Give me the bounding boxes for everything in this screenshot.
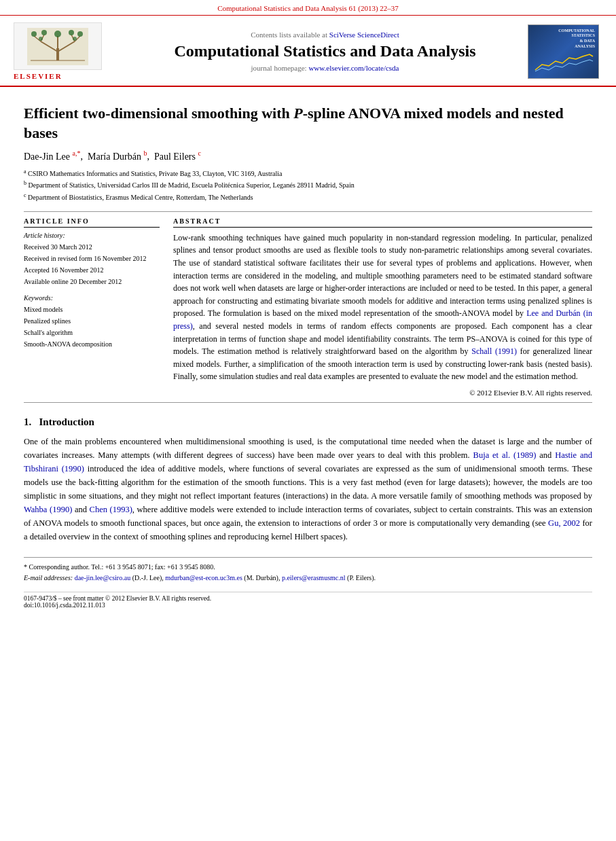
intro-body: One of the main problems encountered whe… xyxy=(24,435,592,543)
article-info-heading: ARTICLE INFO xyxy=(24,217,160,228)
gu-link[interactable]: Gu, 2002 xyxy=(548,518,580,528)
keyword-1: Mixed models xyxy=(24,304,160,315)
abstract-text: Low-rank smoothing techniques have gaine… xyxy=(173,232,592,383)
right-col: ABSTRACT Low-rank smoothing techniques h… xyxy=(173,217,592,397)
bottom-bar: 0167-9473/$ – see front matter © 2012 El… xyxy=(24,592,592,609)
abstract-heading: ABSTRACT xyxy=(173,217,592,228)
svg-point-12 xyxy=(41,30,47,35)
keywords-section: Keywords: Mixed models Penalized splines… xyxy=(24,294,160,350)
intro-number: 1. xyxy=(24,416,31,427)
keywords-list: Mixed models Penalized splines Schall's … xyxy=(24,304,160,350)
page: Computational Statistics and Data Analys… xyxy=(0,0,616,841)
copyright: © 2012 Elsevier B.V. All rights reserved… xyxy=(173,389,592,397)
header-left: ELSEVIER xyxy=(14,22,122,80)
header-center: Contents lists available at SciVerse Sci… xyxy=(122,31,528,72)
issn-line: 0167-9473/$ – see front matter © 2012 El… xyxy=(24,595,592,602)
sciverse-link[interactable]: SciVerse ScienceDirect xyxy=(329,31,399,39)
intro-section: 1. Introduction One of the main problems… xyxy=(24,416,592,543)
author-star-sup: ,* xyxy=(75,149,81,157)
keywords-label: Keywords: xyxy=(24,294,160,302)
main-content: Efficient two-dimensional smoothing with… xyxy=(0,87,616,619)
footnote-email-label: E-mail addresses: xyxy=(24,574,73,581)
journal-citation: Computational Statistics and Data Analys… xyxy=(217,4,399,12)
cover-chart-svg xyxy=(532,51,596,75)
available-date: Available online 20 December 2012 xyxy=(24,276,160,287)
divider-2 xyxy=(24,402,592,403)
svg-point-15 xyxy=(39,37,43,41)
footnote-email: E-mail addresses: dae-jin.lee@csiro.au (… xyxy=(24,573,592,584)
accepted-date: Accepted 16 November 2012 xyxy=(24,264,160,276)
received-revised-date: Received in revised form 16 November 201… xyxy=(24,253,160,264)
svg-point-14 xyxy=(77,31,83,37)
svg-point-10 xyxy=(54,31,61,37)
paper-title: Efficient two-dimensional smoothing with… xyxy=(24,104,592,143)
received-date: Received 30 March 2012 xyxy=(24,241,160,253)
header-section: ELSEVIER Contents lists available at Sci… xyxy=(0,16,616,87)
affiliation-c: c Department of Biostatistics, Erasmus M… xyxy=(24,192,592,203)
logo-box xyxy=(14,22,102,70)
keyword-4: Smooth-ANOVA decomposition xyxy=(24,338,160,350)
wahba-link[interactable]: Wahba (1990) xyxy=(24,505,72,514)
email-eilers[interactable]: p.eilers@erasmusmc.nl xyxy=(282,574,346,581)
keyword-3: Schall's algorithm xyxy=(24,327,160,338)
schall-link[interactable]: Schall (1991) xyxy=(471,346,517,356)
elsevier-tree-svg xyxy=(27,28,88,65)
contents-available: Contents lists available at SciVerse Sci… xyxy=(129,31,521,39)
journal-cover-title: COMPUTATIONALSTATISTICS& DATAANALYSIS xyxy=(558,29,595,50)
email-durban[interactable]: mdurban@est-econ.uc3m.es xyxy=(165,574,242,581)
svg-rect-2 xyxy=(56,48,59,60)
intro-title: 1. Introduction xyxy=(24,416,592,428)
footnote-section: * Corresponding author. Tel.: +61 3 9545… xyxy=(24,557,592,584)
elsevier-logo: ELSEVIER xyxy=(14,22,122,80)
email-lee[interactable]: dae-jin.lee@csiro.au xyxy=(75,574,131,581)
history-label: Article history: xyxy=(24,232,160,239)
divider-1 xyxy=(24,211,592,212)
svg-point-11 xyxy=(31,31,37,37)
left-col: ARTICLE INFO Article history: Received 3… xyxy=(24,217,160,397)
journal-top-bar: Computational Statistics and Data Analys… xyxy=(0,0,616,16)
history-dates: Received 30 March 2012 Received in revis… xyxy=(24,241,160,287)
authors-line: Dae-Jin Lee a,*, María Durbán b, Paul Ei… xyxy=(24,149,592,162)
footnote-corresponding: * Corresponding author. Tel.: +61 3 9545… xyxy=(24,562,592,573)
affiliation-b: b Department of Statistics, Universidad … xyxy=(24,179,592,191)
article-history: Article history: Received 30 March 2012 … xyxy=(24,232,160,287)
homepage-url[interactable]: www.elsevier.com/locate/csda xyxy=(308,64,399,72)
keyword-2: Penalized splines xyxy=(24,315,160,327)
header-right: COMPUTATIONALSTATISTICS& DATAANALYSIS xyxy=(528,24,602,79)
affiliation-a: a CSIRO Mathematics Informatics and Stat… xyxy=(24,168,592,179)
svg-point-13 xyxy=(69,30,74,35)
title-italic-p: P xyxy=(293,105,302,122)
two-col-section: ARTICLE INFO Article history: Received 3… xyxy=(24,217,592,397)
affiliations: a CSIRO Mathematics Informatics and Stat… xyxy=(24,168,592,203)
journal-homepage: journal homepage: www.elsevier.com/locat… xyxy=(129,64,521,72)
intro-heading: Introduction xyxy=(39,416,94,427)
journal-title-header: Computational Statistics and Data Analys… xyxy=(129,41,521,61)
chen-link[interactable]: Chen (1993) xyxy=(90,505,132,514)
author-b-sup: b xyxy=(143,149,147,157)
buja-link[interactable]: Buja et al. (1989) xyxy=(473,450,537,460)
lee-durban-link[interactable]: Lee and Durbán (in press) xyxy=(173,308,592,331)
svg-point-16 xyxy=(73,37,77,41)
journal-cover: COMPUTATIONALSTATISTICS& DATAANALYSIS xyxy=(528,24,599,79)
abstract-section: ABSTRACT Low-rank smoothing techniques h… xyxy=(173,217,592,397)
elsevier-text: ELSEVIER xyxy=(14,72,62,80)
author-c-sup: c xyxy=(198,149,200,157)
doi-line: doi:10.1016/j.csda.2012.11.013 xyxy=(24,602,592,609)
